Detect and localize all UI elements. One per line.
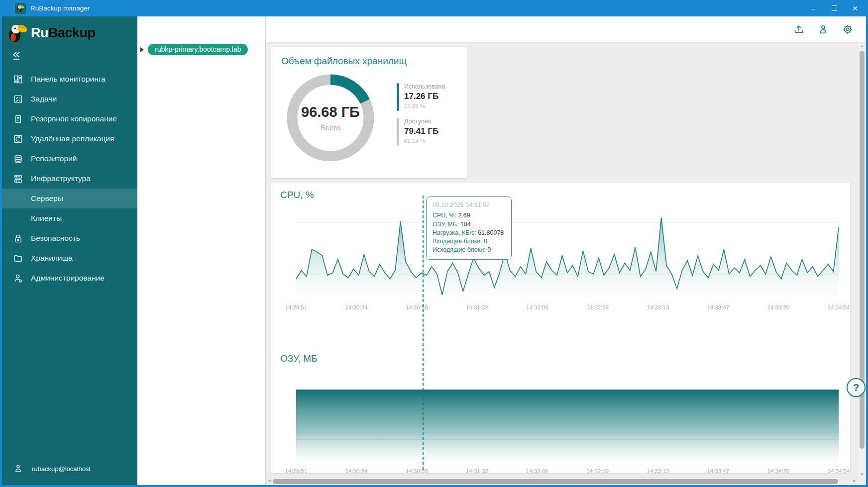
legend-used-label: Использовано xyxy=(404,83,445,90)
cpu-area-chart[interactable] xyxy=(296,214,839,306)
sidebar-item-label: Администрирование xyxy=(31,274,105,283)
storage-card-title: Объем файловых хранилищ xyxy=(271,47,467,67)
storage-total-label: Всего xyxy=(321,123,340,132)
sidebar-item-label: Безопасность xyxy=(31,234,80,243)
x-tick-label: 14:34:20 xyxy=(767,304,789,310)
legend-available-bar xyxy=(397,118,399,146)
x-tick-label: 14:33:13 xyxy=(647,304,669,310)
folder-icon xyxy=(13,253,23,264)
legend-available-label: Доступно xyxy=(404,118,438,125)
sidebar: RuBackup Панель мониторинга Задачи Резер… xyxy=(2,16,137,485)
window-title: RuBackup manager xyxy=(30,4,90,12)
ram-chart-title: ОЗУ, МБ xyxy=(280,353,317,364)
tasks-icon xyxy=(13,94,23,104)
sidebar-item-label: Удалённая репликация xyxy=(31,134,114,143)
scroll-down-arrow[interactable]: ▼ xyxy=(858,472,866,477)
tooltip-row-load: Нагрузка, КБ/с: 61.80078 xyxy=(433,229,505,237)
main-area: Объем файловых хранилищ 96.68 ГБ Всего И… xyxy=(266,16,866,485)
x-tick-label: 14:30:58 xyxy=(406,468,428,473)
legend-used-bar xyxy=(397,83,399,111)
sidebar-item-storages[interactable]: Хранилища xyxy=(2,248,137,268)
sidebar-item-servers[interactable]: Серверы xyxy=(2,189,137,208)
toucan-logo-icon xyxy=(16,4,24,13)
dashboard-icon xyxy=(13,74,23,85)
cpu-chart-title: CPU, % xyxy=(280,190,314,200)
help-button[interactable]: ? xyxy=(847,378,866,397)
collapse-sidebar-icon xyxy=(12,51,22,60)
sidebar-item-label: Хранилища xyxy=(31,254,73,263)
legend-used-value: 17.26 ГБ xyxy=(404,92,445,101)
window-controls: – ✕ xyxy=(809,4,868,12)
server-tree-panel: rubkp-primary.bootcamp.lab xyxy=(137,16,266,485)
x-tick-label: 14:34:20 xyxy=(767,468,789,473)
x-tick-label: 14:30:24 xyxy=(345,468,368,473)
tooltip-value: 0 xyxy=(484,238,487,245)
x-tick-label: 14:32:06 xyxy=(526,468,548,473)
logo: RuBackup xyxy=(2,16,137,46)
horizontal-scrollbar[interactable]: ◄ ► xyxy=(266,478,858,485)
sidebar-item-label: Резервное копирование xyxy=(31,114,117,123)
toucan-logo-icon xyxy=(7,21,28,44)
export-upload-icon[interactable] xyxy=(793,24,804,35)
sidebar-item-backup[interactable]: Резервное копирование xyxy=(2,109,137,129)
storage-donut-chart: 96.68 ГБ Всего xyxy=(283,71,378,165)
x-tick-label: 14:33:47 xyxy=(707,468,729,473)
tooltip-value: 2.69 xyxy=(458,212,470,219)
sidebar-collapse-button[interactable] xyxy=(2,46,137,63)
profile-icon[interactable] xyxy=(818,24,829,35)
storage-total-value: 96.68 ГБ xyxy=(301,104,360,120)
x-tick-label: 14:30:58 xyxy=(406,304,428,310)
chart-tooltip: 03.10.2025 14:31:02 CPU, %: 2.69 ОЗУ, МБ… xyxy=(426,196,512,260)
cpu-x-axis: 14:29:5114:30:2414:30:5814:31:3214:32:06… xyxy=(296,304,839,311)
brand-ru: Ru xyxy=(31,25,48,40)
sidebar-item-replication[interactable]: Удалённая репликация xyxy=(2,129,137,149)
sidebar-item-administration[interactable]: Администрирование xyxy=(2,268,137,288)
settings-gear-icon[interactable] xyxy=(842,24,853,35)
sidebar-item-label: Серверы xyxy=(31,194,63,203)
horizontal-scroll-thumb[interactable] xyxy=(273,479,838,484)
tree-expander-icon[interactable] xyxy=(140,47,144,52)
x-tick-label: 14:32:39 xyxy=(586,304,609,310)
repository-database-icon xyxy=(13,154,23,164)
sidebar-item-tasks[interactable]: Задачи xyxy=(2,89,137,109)
minimize-button[interactable]: – xyxy=(809,4,817,12)
legend-available-value: 79.41 ГБ xyxy=(404,126,438,136)
sidebar-item-clients[interactable]: Клиенты xyxy=(2,208,137,228)
admin-user-icon xyxy=(13,273,23,284)
tooltip-label: CPU, %: xyxy=(433,212,456,219)
tooltip-value: 0 xyxy=(487,246,491,253)
x-tick-label: 14:29:51 xyxy=(285,304,308,310)
scroll-left-arrow[interactable]: ◄ xyxy=(267,479,271,483)
close-button[interactable]: ✕ xyxy=(851,4,859,12)
legend-used-percent: 17.85 % xyxy=(404,103,445,109)
x-tick-label: 14:32:39 xyxy=(586,468,609,473)
maximize-button[interactable] xyxy=(830,4,838,12)
x-tick-label: 14:31:32 xyxy=(466,468,488,473)
top-toolbar xyxy=(266,16,866,43)
brand-name: RuBackup xyxy=(31,25,96,41)
ram-area-chart[interactable] xyxy=(296,371,839,468)
sidebar-item-monitoring[interactable]: Панель мониторинга xyxy=(2,69,137,89)
current-user[interactable]: rubackup@localhost xyxy=(2,464,137,485)
scroll-right-arrow[interactable]: ► xyxy=(853,479,857,483)
remote-replication-icon xyxy=(13,134,23,144)
tooltip-label: Нагрузка, КБ/с: xyxy=(433,229,476,236)
sidebar-item-security[interactable]: Безопасность xyxy=(2,228,137,248)
tooltip-row-cpu: CPU, %: 2.69 xyxy=(433,211,505,220)
scrollbar-corner xyxy=(858,478,866,485)
backup-copy-icon xyxy=(13,114,23,124)
server-metrics-card: CPU, % 14:29:5114:30:2414:30:5814:31:321… xyxy=(271,183,850,473)
x-tick-label: 14:34:54 xyxy=(828,304,850,310)
tooltip-timestamp: 03.10.2025 14:31:02 xyxy=(433,201,505,209)
vertical-scrollbar[interactable]: ▲ ▼ xyxy=(858,43,866,478)
lock-icon xyxy=(13,233,23,244)
sidebar-item-repository[interactable]: Репозиторий xyxy=(2,149,137,169)
legend-used: Использовано 17.26 ГБ 17.85 % xyxy=(397,83,445,111)
scroll-up-arrow[interactable]: ▲ xyxy=(858,44,866,48)
tooltip-row-blocks-out: Исходящие блоки: 0 xyxy=(433,246,505,254)
tooltip-value: 184 xyxy=(460,221,471,228)
brand-backup: Backup xyxy=(48,25,96,40)
sidebar-item-infrastructure[interactable]: Инфраструктура xyxy=(2,169,137,189)
storage-volume-card: Объем файловых хранилищ 96.68 ГБ Всего И… xyxy=(271,47,467,178)
tree-node-server[interactable]: rubkp-primary.bootcamp.lab xyxy=(148,44,248,55)
